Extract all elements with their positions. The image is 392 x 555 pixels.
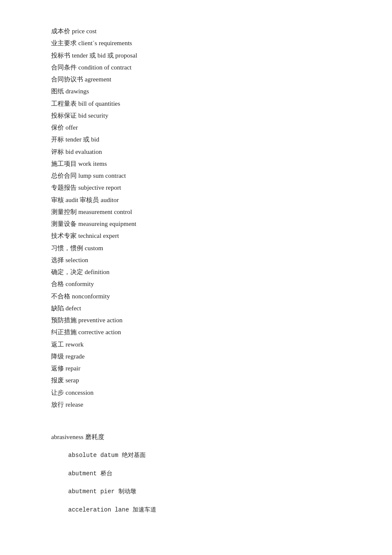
term-line: 放行 release [51,399,341,410]
term-line: 报废 serap [51,375,341,386]
term-list: 成本价 price cost业主要求 client´s requirements… [51,26,341,410]
term-line: 投标书 tender 或 bid 或 proposal [51,50,341,61]
term-line: 技术专家 technical expert [51,230,341,241]
term-line: 让步 concession [51,387,341,398]
term-line: 成本价 price cost [51,26,341,37]
term-line: 返修 repair [51,363,341,374]
term-line: 确定，决定 definition [51,266,341,278]
glossary-item: abutment pier 制动墩 [68,486,341,497]
term-line: 投标保证 bid security [51,110,341,121]
term-line: 缺陷 defect [51,303,341,314]
glossary-item: abutment 桥台 [68,468,341,479]
term-line: 降级 regrade [51,351,341,362]
term-line: 审核 audit 审核员 auditor [51,194,341,205]
glossary-item: abrasiveness 磨耗度 [51,431,341,442]
term-line: 合同协议书 agreement [51,74,341,85]
term-line: 不合格 nonconformity [51,291,341,302]
term-line: 预防措施 preventive action [51,315,341,326]
term-line: 开标 tender 或 bid [51,134,341,145]
glossary-item: absolute datum 绝对基面 [68,450,341,461]
term-line: 选择 selection [51,254,341,266]
term-line: 工程量表 bill of quantities [51,98,341,109]
term-line: 习惯，惯例 custom [51,243,341,254]
term-line: 返工 rework [51,339,341,350]
term-line: 总价合同 lump sum contract [51,170,341,181]
term-line: 图纸 drawings [51,86,341,97]
term-line: 测量控制 measurement control [51,206,341,217]
term-line: 保价 offer [51,122,341,133]
term-line: 测量设备 measureing equipment [51,218,341,229]
term-line: 评标 bid evaluation [51,146,341,157]
term-line: 业主要求 client´s requirements [51,38,341,49]
term-line: 合格 conformity [51,278,341,289]
term-line: 合同条件 condition of contract [51,62,341,73]
glossary-section: abrasiveness 磨耗度absolute datum 绝对基面abutm… [51,431,341,515]
term-line: 施工项目 work items [51,158,341,169]
glossary-item: acceleration lane 加速车道 [68,505,341,515]
term-line: 纠正措施 corrective action [51,327,341,338]
term-line: 专题报告 subjective report [51,182,341,193]
